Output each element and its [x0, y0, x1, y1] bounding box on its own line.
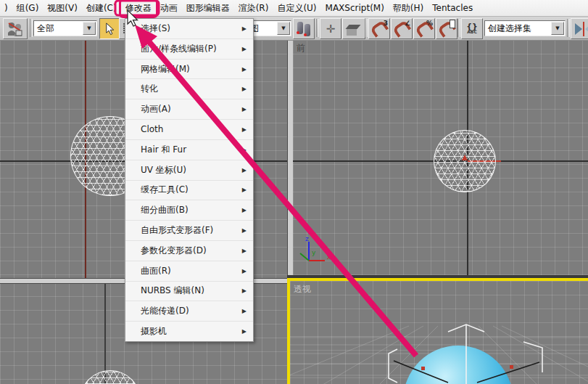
menu-bar: ) 组(G) 视图(V) 创建(C) 修改器 动画 图形编辑器 渲染(R) 自定…	[0, 0, 588, 17]
percent-snap-button[interactable]: %	[413, 18, 435, 39]
toolbar-separator	[316, 19, 319, 37]
submenu-arrow-icon: ▶	[242, 167, 247, 173]
submenu-arrow-icon: ▶	[242, 287, 247, 294]
submenu-arrow-icon: ▶	[242, 46, 247, 52]
use-pivot-center-button[interactable]	[293, 18, 315, 39]
angle-snap-button[interactable]: ∠	[391, 18, 413, 39]
toolbar-separator	[30, 19, 33, 37]
manipulate-cross-icon: ✛	[326, 23, 336, 36]
main-toolbar: 全部 ▼ 视图 ▼ ✛	[0, 16, 588, 41]
menubar-item-tentacles[interactable]: Tentacles	[428, 1, 477, 15]
menubar-item-help[interactable]: 帮助(H)	[389, 1, 428, 16]
chevron-down-icon[interactable]: ▼	[551, 22, 564, 35]
named-selection-sets-button[interactable]: {} ABC	[461, 18, 483, 39]
submenu-arrow-icon: ▶	[242, 227, 247, 234]
keyboard-override-button[interactable]	[342, 18, 365, 39]
submenu-arrow-icon: ▶	[242, 328, 247, 335]
menu-item-radiosity[interactable]: 光能传递(D)▶	[125, 301, 253, 322]
menubar-item-rendering[interactable]: 渲染(R)	[234, 1, 273, 16]
menu-item-cache-tools[interactable]: 缓存工具(C)▶	[125, 181, 253, 201]
submenu-arrow-icon: ▶	[242, 308, 247, 314]
spinner-badge	[450, 20, 455, 28]
selection-brackets	[290, 281, 588, 384]
submenu-arrow-icon: ▶	[242, 126, 247, 133]
selection-filter-value: 全部	[34, 23, 82, 35]
menu-item-animation[interactable]: 动画(A)▶	[125, 99, 253, 120]
percent-badge: %	[426, 20, 433, 27]
two-figures-icon	[7, 21, 24, 37]
menubar-item-create[interactable]: 创建(C)	[82, 1, 121, 16]
chevron-down-icon[interactable]: ▼	[277, 22, 290, 35]
menu-item-hair-fur[interactable]: Hair 和 Fur▶	[125, 140, 253, 160]
pivot-center-icon	[296, 22, 312, 36]
toolbar-separator	[457, 19, 460, 37]
angle-badge: ∠	[405, 20, 410, 27]
menu-item-surface[interactable]: 曲面(R)▶	[125, 261, 253, 282]
snap-toggle-3d-button[interactable]: 3	[368, 18, 390, 39]
z-axis-label: z	[305, 235, 309, 242]
toolbar-separator	[567, 19, 570, 37]
menu-item-patch-spline-edit[interactable]: 面片/样条线编辑(P)▶	[125, 39, 253, 60]
menu-item-free-form-deformers[interactable]: 自由形式变形器(F)▶	[125, 221, 253, 241]
mirror-button[interactable]	[571, 18, 588, 39]
menubar-item-maxscript[interactable]: MAXScript(M)	[321, 1, 389, 15]
menubar-item-animation[interactable]: 动画	[156, 1, 182, 16]
select-object-button[interactable]	[99, 18, 121, 39]
selection-filter-dropdown[interactable]: 全部 ▼	[33, 20, 97, 36]
wireframe-sphere[interactable]	[80, 370, 141, 384]
menu-item-conversion[interactable]: 转化▶	[125, 79, 253, 99]
menu-item-mesh-editing[interactable]: 网格编辑(M)▶	[125, 60, 253, 80]
menu-item-uv-coordinates[interactable]: UV 坐标(U)▶	[125, 160, 253, 181]
selection-set-value: 创建选择集	[485, 23, 550, 35]
viewport-perspective[interactable]: 透视	[287, 278, 588, 384]
viewport-perspective-label[interactable]: 透视	[294, 283, 311, 295]
chevron-down-icon[interactable]: ▼	[83, 22, 96, 35]
submenu-arrow-icon: ▶	[242, 25, 247, 32]
modifiers-dropdown-menu: 选择(S)▶ 面片/样条线编辑(P)▶ 网格编辑(M)▶ 转化▶ 动画(A)▶ …	[125, 18, 254, 342]
submenu-arrow-icon: ▶	[242, 86, 247, 92]
select-and-manipulate-button[interactable]: ✛	[320, 18, 341, 39]
named-selection-set-combo[interactable]: 创建选择集 ▼	[484, 20, 566, 36]
submenu-arrow-icon: ▶	[242, 248, 247, 254]
menu-item-subdivision-surfaces[interactable]: 细分曲面(B)▶	[125, 200, 253, 221]
world-axis-tripod: z x y	[294, 234, 335, 266]
menubar-item-group[interactable]: 组(G)	[12, 1, 44, 16]
snap-3d-badge: 3	[384, 20, 388, 27]
menubar-item-modifiers[interactable]: 修改器	[121, 1, 156, 16]
select-cursor-icon	[104, 23, 116, 36]
toolbar-separator	[365, 19, 368, 37]
submenu-arrow-icon: ▶	[242, 268, 247, 274]
spinner-snap-button[interactable]	[436, 18, 457, 39]
mirror-icon	[575, 22, 588, 36]
two-figures-button[interactable]	[3, 18, 28, 39]
3dsmax-window: ) 组(G) 视图(V) 创建(C) 修改器 动画 图形编辑器 渲染(R) 自定…	[0, 0, 588, 384]
submenu-arrow-icon: ▶	[242, 187, 247, 193]
menu-item-parametric-deformers[interactable]: 参数化变形器(D)▶	[125, 241, 253, 261]
grid-origin-vertical-line	[104, 282, 106, 384]
keyboard-box-icon	[344, 21, 363, 37]
menu-item-nurbs-editing[interactable]: NURBS 编辑(N)▶	[125, 282, 253, 302]
submenu-arrow-icon: ▶	[242, 207, 247, 213]
named-selection-sets-icon: {} ABC	[466, 23, 478, 34]
submenu-arrow-icon: ▶	[242, 147, 247, 153]
y-axis-label: y	[312, 249, 316, 256]
menubar-item-customize[interactable]: 自定义(U)	[273, 1, 320, 16]
submenu-arrow-icon: ▶	[242, 106, 247, 113]
submenu-arrow-icon: ▶	[242, 66, 247, 73]
menubar-item-graph-editors[interactable]: 图形编辑器	[182, 1, 234, 16]
menu-item-cloth[interactable]: Cloth▶	[125, 120, 253, 140]
object-axis-marker-icon	[461, 155, 468, 162]
menu-item-select[interactable]: 选择(S)▶	[125, 19, 253, 39]
menu-item-cameras[interactable]: 摄影机▶	[125, 322, 253, 341]
x-axis-label: x	[327, 253, 331, 261]
viewport-front-label[interactable]: 前	[297, 42, 305, 54]
menubar-item-partial[interactable]: )	[0, 1, 12, 15]
viewport-front[interactable]: 前 z x y	[293, 40, 588, 277]
menubar-item-views[interactable]: 视图(V)	[43, 1, 82, 16]
